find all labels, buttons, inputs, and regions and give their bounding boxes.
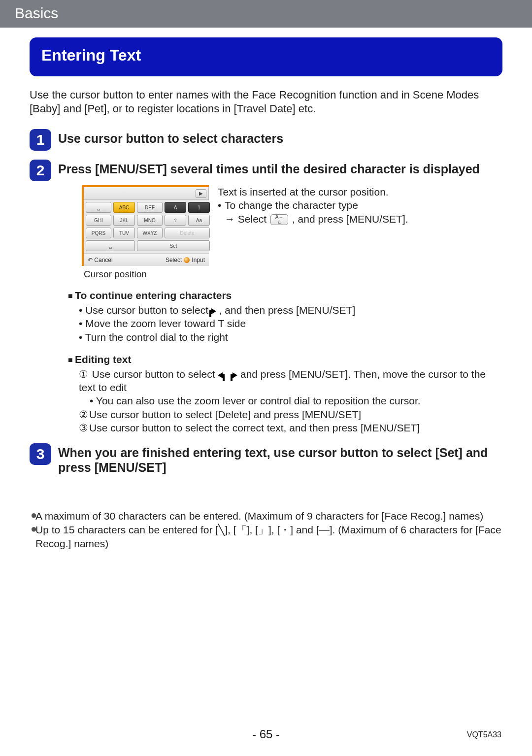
edit-step-1-pre: Use cursor button to select [92, 368, 218, 380]
key-pqrs: PQRS [86, 228, 111, 238]
edit-block: ■ Editing text Use cursor button to sele… [68, 354, 502, 434]
continue-item-3: Turn the control dial to the right [79, 330, 502, 344]
continue-item-2: Move the zoom lever toward T side [79, 317, 502, 330]
section-title: Entering Text [41, 46, 141, 64]
joystick-icon [184, 257, 190, 263]
breadcrumb: Basics [15, 5, 58, 21]
continue-block: ■ To continue entering characters Use cu… [68, 290, 502, 344]
footnote-2-text: Up to 15 characters can be entered for [… [35, 523, 501, 551]
footnote-1: ● A maximum of 30 characters can be ente… [31, 509, 501, 523]
bullet-marker: • [218, 198, 225, 226]
document-id: VQT5A33 [467, 730, 501, 739]
stroke-glyph-5: ― [319, 524, 330, 536]
key-mode-a: A [165, 202, 186, 213]
breadcrumb-bar: Basics [0, 0, 532, 28]
key-shift: ⇧ [165, 215, 186, 226]
stroke-glyph-3: 」 [258, 524, 268, 536]
key-jkl: JKL [113, 215, 135, 226]
step-number-badge: 1 [30, 129, 51, 151]
insert-note-bullet: To change the character type [225, 198, 408, 212]
key-mode-1: 1 [188, 202, 210, 213]
continue-heading-text: To continue entering characters [75, 290, 232, 301]
stroke-glyph-2: 「 [236, 524, 247, 536]
continue-item-1: Use cursor button to select , and then p… [79, 303, 502, 317]
keyboard-select-label: Select [166, 257, 182, 263]
key-tuv: TUV [113, 228, 135, 238]
insert-note-arrow-post: , and press [MENU/SET]. [292, 213, 408, 225]
page-number: - 65 - [0, 727, 532, 741]
keyboard-text-entry-bar: ▶ [84, 187, 209, 200]
key-ghi: GHI [86, 215, 111, 226]
stroke-glyph-1: ╲ [218, 524, 225, 536]
edit-step-2: Use cursor button to select [Delete] and… [79, 408, 502, 421]
key-delete: Delete [165, 228, 210, 238]
key-abc: ABC [113, 202, 135, 213]
intro-paragraph: Use the cursor button to enter names wit… [30, 88, 501, 115]
insert-note-arrow-pre: → Select [225, 213, 269, 225]
play-icon: ▶ [196, 189, 206, 198]
key-case: Aa [188, 215, 210, 226]
insert-note-arrow-line: → Select A↔ a , and press [MENU/SET]. [225, 212, 408, 226]
footnote-2-pre: Up to 15 characters can be entered for [ [35, 524, 218, 535]
keyboard-caption: Cursor position [84, 269, 209, 280]
section-title-chip: Entering Text [30, 37, 502, 76]
steps-list: 1 Use cursor button to select characters… [30, 129, 502, 475]
key-wxyz: WXYZ [137, 228, 163, 238]
bullet-icon: ● [31, 523, 35, 551]
continue-list: Use cursor button to select , and then p… [79, 303, 502, 344]
manual-page: Basics Entering Text Use the cursor butt… [0, 0, 532, 756]
char-type-key-icon-bot: a [278, 220, 281, 225]
keyboard-illustration-row: ▶ ␣ ABC DEF A 1 GHI JKL MNO [82, 185, 502, 280]
footnote-2-m4: ] and [ [290, 524, 319, 535]
footnote-1-text: A maximum of 30 characters can be entere… [35, 509, 483, 523]
edit-step-1: Use cursor button to select and press [M… [79, 367, 502, 394]
step-2-title: Press [MENU/SET] several times until the… [58, 160, 502, 176]
key-def: DEF [137, 202, 163, 213]
edit-heading: ■ Editing text [68, 354, 502, 365]
stroke-glyph-4: ・ [280, 524, 290, 536]
keyboard-key-grid: ␣ ABC DEF A 1 GHI JKL MNO ⇧ Aa PQRS [84, 200, 209, 253]
keyboard-footer: ↶ Cancel Select Input [84, 253, 209, 266]
edit-step-3: Use cursor button to select the correct … [79, 421, 502, 434]
right-arrow-icon [233, 372, 237, 378]
insert-note: Text is inserted at the cursor position.… [218, 185, 408, 280]
continue-item-1-pre: Use cursor button to select [85, 304, 211, 316]
key-set: Set [137, 240, 210, 251]
edit-list: Use cursor button to select and press [M… [79, 367, 502, 434]
keyboard-cancel-label: ↶ Cancel [88, 257, 113, 263]
char-type-key-icon: A↔ a [270, 214, 288, 225]
step-number-badge: 2 [30, 160, 51, 181]
keyboard-wrap: ▶ ␣ ABC DEF A 1 GHI JKL MNO [82, 185, 209, 280]
footnote-2-m2: ], [ [247, 524, 258, 535]
key-space-2: ␣ [86, 240, 135, 251]
step-1: 1 Use cursor button to select characters [30, 129, 502, 151]
left-arrow-icon [218, 372, 223, 378]
step-3-title: When you are finished entering text, use… [58, 443, 502, 475]
edit-step-1-note: You can also use the zoom lever or contr… [79, 394, 502, 407]
step-2: 2 Press [MENU/SET] several times until t… [30, 160, 502, 434]
footnote-2: ● Up to 15 characters can be entered for… [31, 523, 501, 551]
key-mno: MNO [137, 215, 163, 226]
footnote-2-m1: ], [ [225, 524, 236, 535]
key-space: ␣ [86, 202, 111, 213]
right-arrow-icon [211, 308, 216, 314]
insert-note-line1: Text is inserted at the cursor position. [218, 185, 408, 198]
step-number-badge: 3 [30, 443, 51, 465]
bullet-icon: ● [31, 509, 35, 523]
keyboard-input-label: Input [192, 257, 205, 263]
edit-heading-text: Editing text [75, 354, 131, 365]
footnotes: ● A maximum of 30 characters can be ente… [31, 509, 501, 550]
continue-heading: ■ To continue entering characters [68, 290, 502, 301]
footnote-2-m3: ], [ [268, 524, 280, 535]
step-1-title: Use cursor button to select characters [58, 129, 502, 146]
on-screen-keyboard: ▶ ␣ ABC DEF A 1 GHI JKL MNO [82, 185, 209, 266]
step-3: 3 When you are finished entering text, u… [30, 443, 502, 475]
continue-item-1-post: , and then press [MENU/SET] [219, 304, 356, 316]
